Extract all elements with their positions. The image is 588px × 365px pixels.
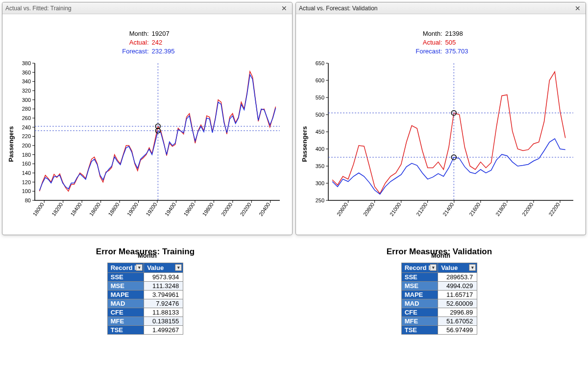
table-row: MFE51.67052 <box>401 317 477 326</box>
hover-month-value: 19207 <box>152 29 170 38</box>
hover-month-label: Month: <box>120 29 152 38</box>
metric-value: 7.92476 <box>144 299 183 308</box>
svg-text:22200: 22200 <box>547 201 561 217</box>
metric-value: 289653.7 <box>438 273 477 282</box>
hover-forecast-label: Forecast: <box>120 47 152 56</box>
svg-text:21600: 21600 <box>468 201 481 217</box>
validation-title: Actual vs. Forecast: Validation <box>299 5 378 12</box>
metric-value: 111.3248 <box>144 282 183 291</box>
metric-value: 56.97499 <box>438 326 477 335</box>
svg-text:19600: 19600 <box>182 201 196 217</box>
table-row: MFE0.138155 <box>107 317 183 326</box>
svg-text:100: 100 <box>22 188 30 194</box>
training-title: Actual vs. Fitted: Training <box>5 5 72 12</box>
x-axis-label: Month <box>431 252 450 259</box>
svg-text:300: 300 <box>22 97 30 103</box>
svg-text:320: 320 <box>22 88 30 94</box>
hover-month-label: Month: <box>414 29 445 38</box>
metric-value: 2996.89 <box>438 308 477 317</box>
hover-forecast-value: 232.395 <box>152 47 175 56</box>
table-row: MAD52.60009 <box>401 299 477 308</box>
svg-text:18400: 18400 <box>69 201 82 217</box>
svg-text:19400: 19400 <box>163 201 176 217</box>
svg-text:450: 450 <box>315 129 324 135</box>
validation-hover-info: Month:21398 Actual:505 Forecast:375.703 <box>414 29 468 56</box>
metric-value: 11.88133 <box>144 308 183 317</box>
metric-value: 0.138155 <box>144 317 183 326</box>
svg-text:140: 140 <box>22 170 30 176</box>
close-icon[interactable]: ✕ <box>279 4 289 12</box>
svg-text:19000: 19000 <box>125 201 139 217</box>
svg-text:380: 380 <box>22 60 30 66</box>
table-row: SSE9573.934 <box>107 273 183 282</box>
validation-error-block: Error Measures: Validation Record ID▾Val… <box>387 247 492 335</box>
metric-value: 52.60009 <box>438 299 477 308</box>
svg-text:19200: 19200 <box>145 201 158 217</box>
metric-name: MFE <box>401 317 438 326</box>
hover-month-value: 21398 <box>445 29 463 38</box>
metric-value: 51.67052 <box>438 317 477 326</box>
svg-text:180: 180 <box>22 152 30 158</box>
table-header[interactable]: Record ID▾ <box>107 263 144 273</box>
hover-forecast-label: Forecast: <box>414 47 445 56</box>
validation-error-table: Record ID▾Value▾SSE289653.7MSE4994.029MA… <box>401 263 477 335</box>
training-chart-window: Actual vs. Fitted: Training ✕ Month:1920… <box>2 2 293 235</box>
metric-name: CFE <box>401 308 438 317</box>
metric-name: TSE <box>401 326 438 335</box>
table-row: MAPE11.65717 <box>401 291 477 299</box>
metric-name: MAPE <box>401 291 438 299</box>
svg-text:20400: 20400 <box>258 201 271 217</box>
training-error-block: Error Measures: Training Record ID▾Value… <box>96 247 195 335</box>
hover-forecast-value: 375.703 <box>445 47 468 56</box>
metric-value: 4994.029 <box>438 282 477 291</box>
svg-text:240: 240 <box>22 124 30 130</box>
metric-value: 3.794961 <box>144 291 183 299</box>
table-row: MSE4994.029 <box>401 282 477 291</box>
metric-name: MSE <box>107 282 144 291</box>
table-header[interactable]: Record ID▾ <box>401 263 438 273</box>
svg-text:20800: 20800 <box>362 201 375 217</box>
table-row: MAD7.92476 <box>107 299 183 308</box>
svg-text:300: 300 <box>315 180 324 186</box>
close-icon[interactable]: ✕ <box>573 4 583 12</box>
metric-name: MFE <box>107 317 144 326</box>
table-row: TSE56.97499 <box>401 326 477 335</box>
metric-name: SSE <box>107 273 144 282</box>
metric-value: 11.65717 <box>438 291 477 299</box>
svg-text:80: 80 <box>24 197 30 203</box>
svg-text:550: 550 <box>315 95 324 100</box>
svg-text:250: 250 <box>315 197 324 203</box>
svg-text:19800: 19800 <box>201 201 214 217</box>
svg-text:260: 260 <box>22 115 30 121</box>
table-header[interactable]: Value▾ <box>438 263 477 273</box>
svg-text:200: 200 <box>22 143 30 148</box>
training-plot[interactable]: Passengers Month 80100120140160180200220… <box>10 58 285 230</box>
dropdown-icon[interactable]: ▾ <box>175 264 182 271</box>
validation-chart-window: Actual vs. Forecast: Validation ✕ Month:… <box>295 2 586 235</box>
svg-text:21000: 21000 <box>388 201 401 217</box>
metric-name: TSE <box>107 326 144 335</box>
training-error-table: Record ID▾Value▾SSE9573.934MSE111.3248MA… <box>107 263 183 335</box>
dropdown-icon[interactable]: ▾ <box>469 264 476 271</box>
metric-name: SSE <box>401 273 438 282</box>
svg-text:20600: 20600 <box>335 201 348 217</box>
svg-text:18000: 18000 <box>31 201 45 217</box>
hover-actual-label: Actual: <box>414 38 445 47</box>
table-row: MSE111.3248 <box>107 282 183 291</box>
metric-value: 1.499267 <box>144 326 183 335</box>
svg-text:350: 350 <box>315 163 324 169</box>
validation-plot[interactable]: Passengers Month 25030035040045050055060… <box>304 58 578 230</box>
svg-text:160: 160 <box>22 161 30 167</box>
training-titlebar[interactable]: Actual vs. Fitted: Training ✕ <box>2 2 292 14</box>
svg-text:650: 650 <box>315 60 324 66</box>
validation-titlebar[interactable]: Actual vs. Forecast: Validation ✕ <box>296 2 586 14</box>
table-header[interactable]: Value▾ <box>144 263 183 273</box>
dropdown-icon[interactable]: ▾ <box>136 264 143 271</box>
hover-actual-value: 505 <box>445 38 456 47</box>
svg-text:280: 280 <box>22 106 30 112</box>
dropdown-icon[interactable]: ▾ <box>430 264 437 271</box>
svg-text:360: 360 <box>22 70 30 75</box>
svg-text:20000: 20000 <box>220 201 233 217</box>
training-svg: 8010012014016018020022024026028030032034… <box>10 58 285 230</box>
table-row: CFE11.88133 <box>107 308 183 317</box>
